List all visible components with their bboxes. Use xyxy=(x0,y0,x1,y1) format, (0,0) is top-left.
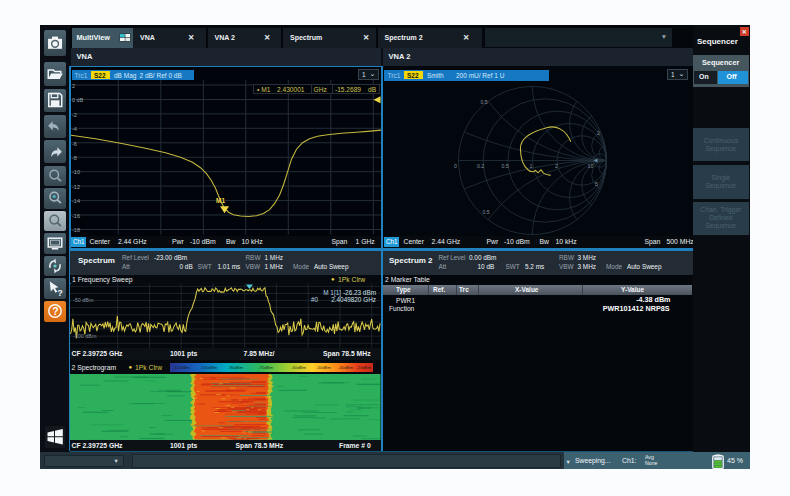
svg-text:?: ? xyxy=(52,305,58,317)
svg-text:?: ? xyxy=(57,288,63,298)
